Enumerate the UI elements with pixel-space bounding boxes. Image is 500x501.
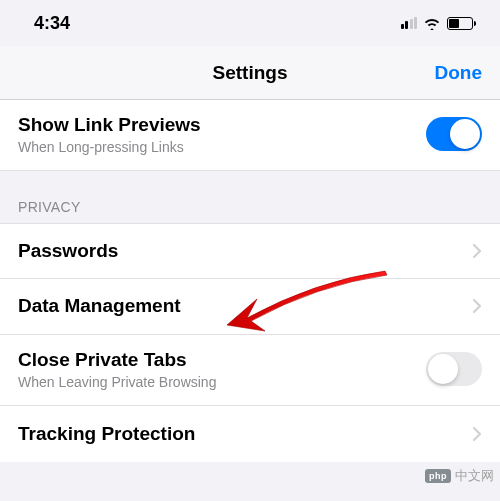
watermark: php 中文网 xyxy=(425,467,494,485)
status-time: 4:34 xyxy=(34,13,70,34)
row-subtitle: When Long-pressing Links xyxy=(18,139,426,155)
chevron-right-icon xyxy=(472,426,482,442)
nav-bar: Settings Done xyxy=(0,46,500,100)
row-subtitle: When Leaving Private Browsing xyxy=(18,374,426,390)
watermark-logo: php xyxy=(425,469,451,483)
row-passwords[interactable]: Passwords xyxy=(0,223,500,279)
row-show-link-previews[interactable]: Show Link Previews When Long-pressing Li… xyxy=(0,100,500,171)
row-text: Show Link Previews When Long-pressing Li… xyxy=(18,113,426,155)
toggle-show-link-previews[interactable] xyxy=(426,117,482,151)
row-close-private-tabs[interactable]: Close Private Tabs When Leaving Private … xyxy=(0,335,500,406)
battery-icon xyxy=(447,17,476,30)
wifi-icon xyxy=(423,17,441,30)
row-text: Data Management xyxy=(18,294,472,318)
done-button[interactable]: Done xyxy=(435,62,483,84)
page-title: Settings xyxy=(0,62,500,84)
row-tracking-protection[interactable]: Tracking Protection xyxy=(0,406,500,462)
row-title: Passwords xyxy=(18,239,472,263)
status-indicators xyxy=(401,17,477,30)
signal-icon xyxy=(401,17,418,29)
row-text: Passwords xyxy=(18,239,472,263)
row-title: Data Management xyxy=(18,294,472,318)
row-text: Tracking Protection xyxy=(18,422,472,446)
section-header-privacy: PRIVACY xyxy=(0,171,500,223)
row-title: Close Private Tabs xyxy=(18,348,426,372)
row-data-management[interactable]: Data Management xyxy=(0,279,500,335)
chevron-right-icon xyxy=(472,243,482,259)
row-title: Show Link Previews xyxy=(18,113,426,137)
row-title: Tracking Protection xyxy=(18,422,472,446)
chevron-right-icon xyxy=(472,298,482,314)
status-bar: 4:34 xyxy=(0,0,500,46)
watermark-text: 中文网 xyxy=(455,467,494,485)
row-text: Close Private Tabs When Leaving Private … xyxy=(18,348,426,390)
toggle-close-private-tabs[interactable] xyxy=(426,352,482,386)
